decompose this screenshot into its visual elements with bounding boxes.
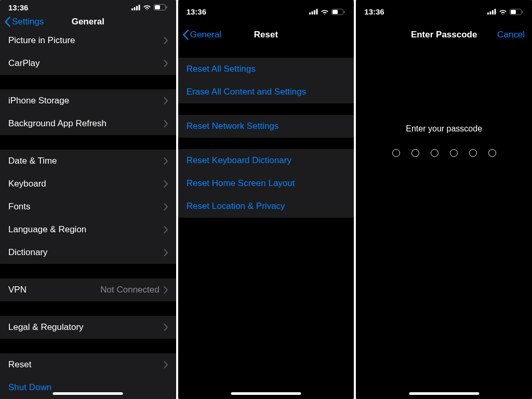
row-label: Reset All Settings — [187, 64, 256, 74]
settings-list: Picture in Picture CarPlay iPhone Storag… — [0, 29, 176, 399]
row-date-time[interactable]: Date & Time — [0, 150, 176, 172]
row-label: VPN — [8, 285, 26, 295]
cellular-icon — [487, 9, 496, 15]
chevron-right-icon — [164, 203, 168, 210]
svg-rect-0 — [131, 8, 133, 10]
row-fonts[interactable]: Fonts — [0, 195, 176, 218]
row-label: Reset — [8, 360, 31, 370]
status-bar: 13:36 — [178, 0, 354, 23]
row-picture-in-picture[interactable]: Picture in Picture — [0, 29, 176, 52]
svg-rect-1 — [134, 7, 135, 10]
status-time: 13:36 — [364, 7, 384, 16]
wifi-icon — [321, 9, 329, 15]
status-right — [487, 9, 524, 15]
screen-passcode: 13:36 Enter Passcode Cancel Enter your p… — [356, 0, 532, 399]
home-indicator[interactable] — [53, 392, 123, 395]
svg-rect-20 — [522, 10, 523, 13]
row-language-region[interactable]: Language & Region — [0, 218, 176, 241]
status-right — [131, 4, 168, 10]
row-background-app-refresh[interactable]: Background App Refresh — [0, 112, 176, 135]
passcode-dot — [488, 149, 496, 157]
back-button[interactable]: General — [182, 30, 221, 40]
row-erase-all-content[interactable]: Erase All Content and Settings — [178, 81, 354, 103]
svg-rect-3 — [138, 5, 140, 10]
row-label: Reset Location & Privacy — [187, 201, 285, 211]
row-reset-network-settings[interactable]: Reset Network Settings — [178, 115, 354, 138]
nav-bar: Settings General — [0, 15, 176, 29]
row-legal-regulatory[interactable]: Legal & Regulatory — [0, 316, 176, 339]
chevron-right-icon — [164, 97, 168, 104]
battery-icon — [331, 9, 345, 15]
chevron-right-icon — [164, 60, 168, 67]
wifi-icon — [499, 9, 507, 15]
row-reset-all-settings[interactable]: Reset All Settings — [178, 58, 354, 81]
row-label: Reset Network Settings — [187, 121, 279, 131]
row-label: Fonts — [8, 202, 31, 212]
chevron-right-icon — [164, 286, 168, 294]
battery-icon — [154, 4, 168, 10]
chevron-right-icon — [164, 249, 168, 256]
row-reset-location-privacy[interactable]: Reset Location & Privacy — [178, 195, 354, 218]
wifi-icon — [143, 4, 151, 10]
row-dictionary[interactable]: Dictionary — [0, 241, 176, 264]
svg-rect-15 — [490, 11, 491, 15]
status-bar: 13:36 — [0, 0, 176, 15]
status-time: 13:36 — [187, 7, 206, 16]
row-label: Erase All Content and Settings — [187, 87, 307, 97]
row-iphone-storage[interactable]: iPhone Storage — [0, 89, 176, 112]
back-button[interactable]: Settings — [4, 17, 44, 27]
home-indicator[interactable] — [231, 392, 301, 395]
back-label: General — [190, 30, 221, 40]
row-carplay[interactable]: CarPlay — [0, 52, 176, 75]
status-bar: 13:36 — [356, 0, 532, 23]
cellular-icon — [131, 5, 140, 10]
home-indicator[interactable] — [409, 392, 479, 395]
row-label: CarPlay — [8, 58, 39, 69]
row-keyboard[interactable]: Keyboard — [0, 172, 176, 195]
cellular-icon — [309, 9, 318, 15]
chevron-right-icon — [164, 180, 168, 188]
row-label: Language & Region — [8, 224, 86, 235]
chevron-right-icon — [164, 361, 168, 368]
passcode-area: Enter your passcode — [356, 46, 532, 399]
passcode-prompt: Enter your passcode — [406, 124, 482, 134]
screen-general: 13:36 Settings General Picture in Pictur… — [0, 0, 176, 399]
row-reset-keyboard-dictionary[interactable]: Reset Keyboard Dictionary — [178, 149, 354, 172]
passcode-dot — [431, 149, 438, 157]
svg-rect-6 — [166, 6, 167, 9]
svg-rect-17 — [495, 9, 496, 15]
svg-rect-12 — [332, 10, 338, 14]
row-label: Keyboard — [8, 179, 46, 189]
row-reset[interactable]: Reset — [0, 353, 176, 376]
row-label: iPhone Storage — [8, 96, 69, 106]
nav-bar: General Reset — [178, 23, 354, 46]
row-label: Shut Down — [8, 382, 51, 393]
row-vpn[interactable]: VPN Not Connected — [0, 278, 176, 301]
row-shut-down[interactable]: Shut Down — [0, 376, 176, 399]
chevron-right-icon — [164, 324, 168, 331]
passcode-dots[interactable] — [392, 149, 496, 157]
status-right — [309, 9, 345, 15]
row-detail: Not Connected — [100, 285, 159, 295]
row-label: Dictionary — [8, 247, 48, 258]
screen-reset: 13:36 General Reset Reset All Settings — [178, 0, 354, 399]
chevron-right-icon — [164, 226, 168, 233]
chevron-right-icon — [164, 37, 168, 44]
svg-rect-9 — [314, 10, 315, 15]
chevron-left-icon — [182, 30, 189, 40]
svg-rect-7 — [309, 12, 311, 15]
chevron-right-icon — [164, 157, 168, 165]
cancel-button[interactable]: Cancel — [497, 30, 525, 40]
svg-rect-10 — [316, 9, 318, 15]
svg-rect-5 — [155, 5, 160, 9]
chevron-right-icon — [164, 120, 168, 127]
row-reset-home-screen-layout[interactable]: Reset Home Screen Layout — [178, 172, 354, 195]
passcode-dot — [392, 149, 400, 157]
row-label: Reset Home Screen Layout — [187, 178, 295, 189]
svg-rect-14 — [487, 12, 489, 15]
passcode-dot — [469, 149, 477, 157]
battery-icon — [510, 9, 524, 15]
row-label: Date & Time — [8, 156, 57, 166]
svg-rect-13 — [344, 10, 345, 13]
svg-rect-8 — [312, 11, 313, 15]
